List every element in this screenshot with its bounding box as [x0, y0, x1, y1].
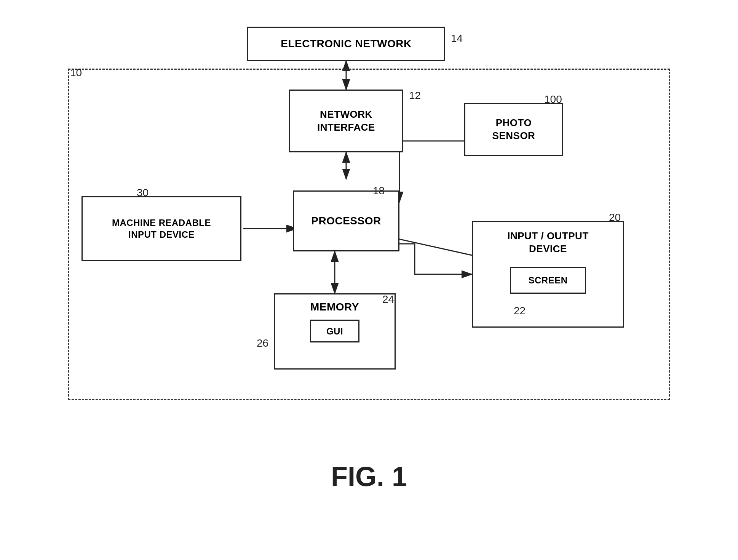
ref-22: 22	[514, 305, 526, 317]
input-output-label: INPUT / OUTPUTDEVICE	[507, 230, 589, 256]
gui-label: GUI	[326, 325, 343, 337]
gui-box: GUI	[310, 320, 359, 342]
figure-label: FIG. 1	[331, 461, 407, 492]
network-interface-box: NETWORKINTERFACE	[289, 90, 403, 152]
ref-24: 24	[382, 293, 394, 306]
ref-12: 12	[409, 90, 421, 102]
photo-sensor-label: PHOTOSENSOR	[492, 117, 535, 142]
screen-label: SCREEN	[528, 274, 567, 286]
ref-20: 20	[609, 211, 621, 224]
ref-18: 18	[373, 185, 385, 197]
electronic-network-box: ELECTRONIC NETWORK	[247, 27, 445, 61]
processor-box: PROCESSOR	[293, 190, 399, 251]
ref-26: 26	[257, 337, 268, 349]
ref-30: 30	[137, 187, 149, 199]
memory-box: MEMORY GUI	[274, 293, 396, 370]
input-output-box: INPUT / OUTPUTDEVICE SCREEN	[472, 221, 624, 328]
ref-14: 14	[451, 32, 463, 45]
photo-sensor-box: PHOTOSENSOR	[464, 103, 563, 156]
processor-label: PROCESSOR	[311, 214, 381, 228]
ref-100: 100	[544, 93, 562, 106]
diagram: ELECTRONIC NETWORK 14 10 NETWORKINTERFAC…	[45, 15, 693, 453]
machine-readable-box: MACHINE READABLEINPUT DEVICE	[81, 196, 241, 261]
screen-box: SCREEN	[510, 267, 586, 294]
ref-10: 10	[70, 67, 82, 79]
network-interface-label: NETWORKINTERFACE	[317, 108, 375, 134]
machine-readable-label: MACHINE READABLEINPUT DEVICE	[112, 217, 211, 240]
memory-label: MEMORY	[310, 300, 359, 314]
electronic-network-label: ELECTRONIC NETWORK	[281, 37, 411, 51]
